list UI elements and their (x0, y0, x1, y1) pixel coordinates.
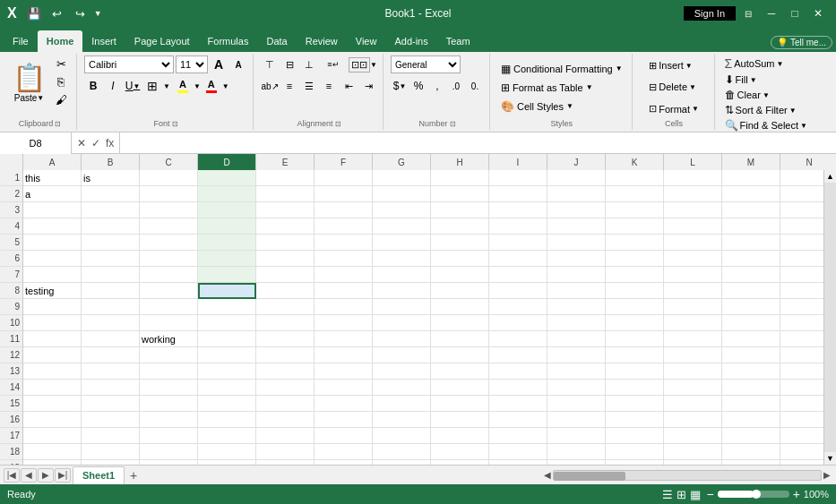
cell-M5[interactable] (722, 235, 780, 251)
cell-G2[interactable] (373, 186, 431, 202)
font-size-select[interactable]: 11 8 9 10 12 14 (176, 56, 208, 73)
cell-D12[interactable] (198, 347, 256, 363)
cell-C14[interactable] (140, 380, 198, 396)
cell-B6[interactable] (82, 251, 140, 267)
find-select-button[interactable]: 🔍 Find & Select ▼ (722, 118, 810, 132)
row-header-9[interactable]: 9 (0, 299, 22, 315)
cell-I14[interactable] (489, 380, 547, 396)
cell-I10[interactable] (489, 315, 547, 331)
sheet-tab-sheet1[interactable]: Sheet1 (73, 466, 125, 484)
clear-button[interactable]: 🗑 Clear ▼ (722, 88, 772, 102)
h-scrollbar[interactable] (553, 470, 822, 481)
prev-sheet-button[interactable]: ◀ (21, 468, 37, 483)
next-sheet-button[interactable]: ▶ (38, 468, 54, 483)
row-header-8[interactable]: 8 (0, 283, 22, 299)
minimize-button[interactable]: ─ (761, 3, 782, 24)
cell-E17[interactable] (256, 428, 315, 444)
cell-H3[interactable] (431, 202, 489, 218)
cell-G15[interactable] (373, 396, 431, 412)
cell-D13[interactable] (198, 363, 256, 380)
formula-input[interactable] (120, 132, 836, 153)
cell-D18[interactable] (198, 444, 256, 460)
font-expand-icon[interactable]: ⊡ (172, 120, 178, 128)
cell-L9[interactable] (664, 299, 722, 315)
col-header-L[interactable]: L (664, 154, 722, 170)
cell-G16[interactable] (373, 412, 431, 428)
scroll-down-button[interactable]: ▼ (824, 452, 836, 465)
cell-F6[interactable] (315, 251, 373, 267)
cell-C19[interactable] (140, 460, 198, 465)
font-color-button[interactable]: A (203, 77, 220, 95)
find-dropdown-icon[interactable]: ▼ (800, 122, 807, 130)
currency-button[interactable]: $▼ (391, 77, 409, 95)
cell-E18[interactable] (256, 444, 315, 460)
cell-C3[interactable] (140, 202, 198, 218)
cell-styles-dropdown-icon[interactable]: ▼ (566, 102, 573, 110)
h-scroll-thumb[interactable] (554, 472, 625, 481)
sort-filter-button[interactable]: ⇅ Sort & Filter ▼ (722, 103, 799, 117)
cell-J8[interactable] (547, 283, 606, 299)
cell-H6[interactable] (431, 251, 489, 267)
cell-G19[interactable] (373, 460, 431, 465)
cell-F15[interactable] (315, 396, 373, 412)
redo-qat-button[interactable]: ↪ (71, 4, 90, 23)
cell-M17[interactable] (722, 428, 780, 444)
cell-B18[interactable] (82, 444, 140, 460)
cell-A18[interactable] (23, 444, 82, 460)
cell-L8[interactable] (664, 283, 722, 299)
format-as-table-dropdown-icon[interactable]: ▼ (586, 83, 593, 91)
bold-button[interactable]: B (84, 77, 102, 95)
cell-I16[interactable] (489, 412, 547, 428)
cell-L3[interactable] (664, 202, 722, 218)
clipboard-expand-icon[interactable]: ⊡ (55, 120, 61, 128)
col-header-N[interactable]: N (780, 154, 836, 170)
copy-button[interactable]: ⎘ (51, 73, 71, 90)
cell-F3[interactable] (315, 202, 373, 218)
cell-A9[interactable] (23, 299, 82, 315)
cell-A1[interactable]: this (23, 170, 82, 186)
cell-E1[interactable] (256, 170, 315, 186)
font-color-dropdown-icon[interactable]: ▼ (222, 82, 229, 90)
cell-F19[interactable] (315, 460, 373, 465)
cell-D11[interactable] (198, 331, 256, 347)
customize-qat-icon[interactable]: ▼ (94, 9, 102, 18)
row-header-1[interactable]: 1 (0, 170, 22, 186)
cell-E12[interactable] (256, 347, 315, 363)
format-cells-dropdown-icon[interactable]: ▼ (692, 105, 699, 113)
percent-button[interactable]: % (409, 77, 427, 95)
tab-home[interactable]: Home (38, 30, 83, 52)
conditional-formatting-button[interactable]: ▦ Conditional Formatting ▼ (497, 60, 626, 78)
cell-H10[interactable] (431, 315, 489, 331)
row-header-17[interactable]: 17 (0, 428, 22, 444)
cell-D15[interactable] (198, 396, 256, 412)
decrease-indent-button[interactable]: ⇤ (340, 77, 358, 95)
cell-E16[interactable] (256, 412, 315, 428)
tab-insert[interactable]: Insert (82, 30, 125, 52)
cell-J13[interactable] (547, 363, 606, 380)
col-header-C[interactable]: C (140, 154, 198, 170)
orient-text-button[interactable]: ab↗ (261, 77, 279, 95)
cell-J5[interactable] (547, 235, 606, 251)
cell-E5[interactable] (256, 235, 315, 251)
underline-button[interactable]: U▼ (124, 77, 142, 95)
tab-file[interactable]: File (4, 30, 38, 52)
cell-M11[interactable] (722, 331, 780, 347)
number-format-select[interactable]: General Number Currency Accounting Short… (391, 56, 461, 73)
zoom-slider[interactable] (718, 491, 789, 498)
page-layout-view-button[interactable]: ⊞ (677, 488, 686, 501)
cell-L18[interactable] (664, 444, 722, 460)
cell-G5[interactable] (373, 235, 431, 251)
col-header-M[interactable]: M (722, 154, 780, 170)
sort-dropdown-icon[interactable]: ▼ (789, 107, 797, 115)
cell-H1[interactable] (431, 170, 489, 186)
zoom-out-button[interactable]: − (706, 487, 713, 501)
cell-L19[interactable] (664, 460, 722, 465)
cell-G17[interactable] (373, 428, 431, 444)
cell-D3[interactable] (198, 202, 256, 218)
cell-G4[interactable] (373, 218, 431, 235)
cell-D6[interactable] (198, 251, 256, 267)
cell-L12[interactable] (664, 347, 722, 363)
cell-K17[interactable] (606, 428, 664, 444)
cell-D19[interactable] (198, 460, 256, 465)
confirm-formula-button[interactable]: ✓ (90, 137, 102, 149)
